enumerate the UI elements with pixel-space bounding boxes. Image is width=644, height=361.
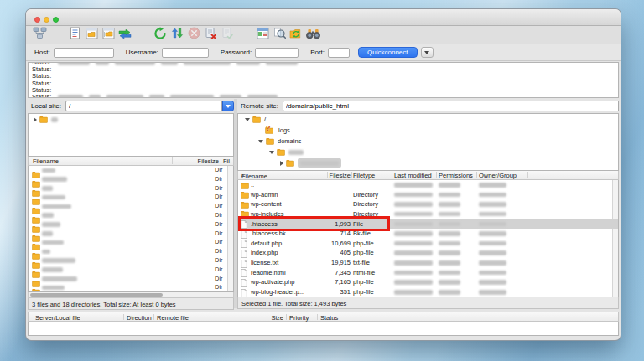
column-separator[interactable] bbox=[392, 172, 392, 178]
toggle-message-log-button[interactable] bbox=[66, 28, 83, 43]
local-file-row[interactable]: Dir bbox=[29, 193, 233, 202]
site-manager-button[interactable] bbox=[31, 28, 48, 43]
filetype-cell: Dir bbox=[215, 247, 223, 256]
remote-file-row-wp-blog-header-p-[interactable]: wp-blog-header.p...351php-file bbox=[238, 287, 618, 297]
minimize-button[interactable] bbox=[44, 17, 49, 23]
password-input[interactable] bbox=[255, 48, 299, 58]
remote-column-filetype[interactable]: Filetype bbox=[353, 172, 375, 179]
queue-column-server-local-file[interactable]: Server/Local file bbox=[35, 314, 80, 322]
queue-column-remote-file[interactable]: Remote file bbox=[157, 314, 189, 322]
refresh-button[interactable] bbox=[152, 28, 169, 43]
column-separator[interactable] bbox=[476, 172, 477, 178]
local-file-row[interactable]: Dir bbox=[29, 275, 233, 284]
remote-column-last-modified[interactable]: Last modified bbox=[394, 172, 432, 179]
column-separator[interactable] bbox=[123, 314, 124, 321]
filesize-cell: 19,915 bbox=[297, 258, 351, 268]
local-file-row[interactable]: Dir bbox=[29, 229, 233, 239]
local-horizontal-scrollbar[interactable] bbox=[28, 292, 234, 298]
tree-node-public-html[interactable] bbox=[238, 157, 618, 168]
tree-node--[interactable]: / bbox=[238, 114, 618, 125]
close-button[interactable] bbox=[34, 17, 40, 23]
local-file-row[interactable]: Dir bbox=[29, 266, 233, 275]
remote-file-row-wp-activate-php[interactable]: wp-activate.php7,165php-file bbox=[238, 277, 618, 287]
local-file-row[interactable]: Dir bbox=[29, 283, 233, 292]
local-column-filename[interactable]: Filename bbox=[33, 157, 59, 165]
collapse-arrow-icon[interactable] bbox=[245, 118, 250, 121]
remote-file-row-wp-admin[interactable]: wp-adminDirectory bbox=[238, 190, 618, 200]
synchronized-browsing-button[interactable] bbox=[288, 28, 304, 43]
port-input[interactable] bbox=[328, 48, 350, 58]
remote-file-row-index-php[interactable]: index.php405php-file bbox=[238, 248, 618, 258]
zoom-button[interactable] bbox=[53, 17, 59, 23]
column-separator[interactable] bbox=[351, 172, 352, 178]
local-file-row[interactable]: Dir bbox=[29, 211, 233, 220]
queue-column-status[interactable]: Status bbox=[320, 314, 338, 322]
local-file-row[interactable]: Dir bbox=[29, 220, 233, 229]
local-file-row[interactable]: Dir bbox=[29, 175, 233, 184]
queue-column-direction[interactable]: Direction bbox=[127, 314, 152, 322]
quickconnect-dropdown-button[interactable] bbox=[421, 47, 434, 58]
redacted-filename bbox=[42, 250, 50, 255]
toggle-remote-tree-button[interactable] bbox=[100, 28, 117, 43]
column-separator[interactable] bbox=[153, 314, 154, 321]
column-separator[interactable] bbox=[527, 172, 528, 178]
local-file-row[interactable]: Dir bbox=[29, 202, 233, 211]
tree-node[interactable] bbox=[29, 114, 233, 125]
local-site-input[interactable] bbox=[65, 101, 222, 111]
host-input[interactable] bbox=[54, 48, 114, 58]
directory-comparison-button[interactable] bbox=[271, 28, 288, 43]
local-column-filesize[interactable]: Filesize bbox=[185, 157, 219, 165]
remote-file-row--[interactable]: .. bbox=[238, 180, 618, 190]
local-file-row[interactable]: Dir bbox=[29, 184, 233, 193]
queue-column-size[interactable]: Size bbox=[245, 314, 283, 322]
remote-column-permissions[interactable]: Permissions bbox=[439, 172, 473, 179]
remote-file-row-wp-content[interactable]: wp-contentDirectory bbox=[238, 199, 618, 209]
queue-column-priority[interactable]: Priority bbox=[289, 314, 309, 322]
tree-node-name: / bbox=[264, 116, 266, 123]
column-separator[interactable] bbox=[327, 172, 328, 178]
local-column-filetype[interactable]: Fil bbox=[223, 157, 230, 165]
filesize-cell: 7,345 bbox=[297, 268, 351, 278]
expand-arrow-icon[interactable] bbox=[280, 161, 283, 166]
tree-node--logs[interactable]: ?.logs bbox=[238, 125, 618, 136]
redacted-filename bbox=[42, 231, 53, 236]
tree-node[interactable] bbox=[238, 147, 618, 157]
process-queue-icon bbox=[171, 27, 184, 43]
scrollbar-thumb[interactable] bbox=[30, 293, 163, 297]
username-input[interactable] bbox=[162, 48, 209, 58]
local-file-row[interactable]: Dir bbox=[29, 238, 233, 247]
title-bar[interactable] bbox=[26, 9, 621, 26]
toggle-local-tree-button[interactable] bbox=[83, 28, 100, 43]
remote-file-row-license-txt[interactable]: license.txt19,915txt-file bbox=[238, 258, 618, 268]
remote-column-owner-group[interactable]: Owner/Group bbox=[479, 172, 517, 179]
local-site-dropdown-button[interactable] bbox=[222, 101, 234, 111]
column-separator[interactable] bbox=[221, 157, 221, 164]
find-files-button[interactable] bbox=[304, 28, 321, 43]
redacted-last-modified bbox=[394, 250, 433, 255]
expand-arrow-icon[interactable] bbox=[34, 117, 37, 122]
local-file-row[interactable]: Dir bbox=[29, 256, 233, 266]
collapse-arrow-icon[interactable] bbox=[269, 151, 274, 154]
quickconnect-button[interactable]: Quickconnect bbox=[358, 47, 417, 58]
remote-file-row-readme-html[interactable]: readme.html7,345html-file bbox=[238, 268, 618, 278]
reconnect-button[interactable] bbox=[219, 28, 236, 43]
column-separator[interactable] bbox=[436, 172, 437, 178]
process-queue-button[interactable] bbox=[169, 28, 185, 43]
local-file-row[interactable]: Dir bbox=[29, 166, 233, 175]
filter-button[interactable] bbox=[254, 28, 271, 43]
tree-node-domains[interactable]: domains bbox=[238, 136, 618, 147]
remote-column-filesize[interactable]: Filesize bbox=[317, 172, 351, 179]
redacted-permissions bbox=[439, 202, 460, 207]
remote-file-row-default-php[interactable]: default.php10,699php-file bbox=[238, 239, 618, 249]
column-separator[interactable] bbox=[286, 314, 287, 321]
remote-site-input[interactable] bbox=[283, 101, 619, 111]
redacted-owner-group bbox=[479, 212, 506, 217]
local-directory-tree bbox=[28, 113, 234, 157]
collapse-arrow-icon[interactable] bbox=[258, 140, 263, 143]
column-separator[interactable] bbox=[317, 314, 318, 321]
disconnect-button[interactable] bbox=[202, 28, 219, 43]
local-file-row[interactable]: Dir bbox=[29, 247, 233, 256]
column-separator[interactable] bbox=[172, 157, 173, 164]
toggle-transfer-queue-button[interactable] bbox=[117, 28, 133, 43]
cancel-button[interactable] bbox=[185, 28, 202, 43]
